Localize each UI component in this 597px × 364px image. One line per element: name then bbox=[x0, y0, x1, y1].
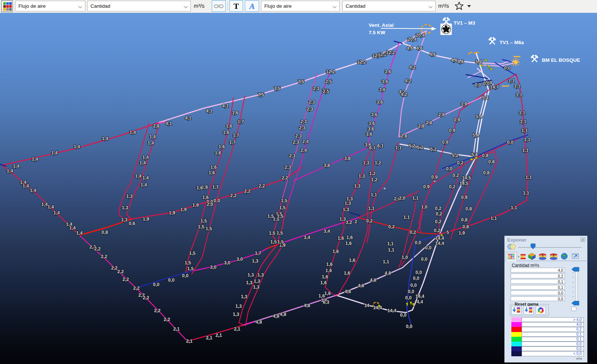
svg-text:0,0: 0,0 bbox=[483, 81, 489, 86]
svg-text:1,7: 1,7 bbox=[255, 251, 261, 256]
svg-text:3,2: 3,2 bbox=[346, 220, 352, 225]
svg-text:1,0: 1,0 bbox=[421, 204, 427, 210]
svg-text:14: 14 bbox=[364, 303, 369, 308]
svg-text:5,2: 5,2 bbox=[417, 145, 423, 150]
svg-text:0,0: 0,0 bbox=[475, 82, 481, 88]
svg-text:2,3: 2,3 bbox=[313, 86, 319, 91]
svg-text:1,3: 1,3 bbox=[253, 285, 259, 290]
svg-text:4,8: 4,8 bbox=[358, 283, 364, 288]
svg-text:1,9: 1,9 bbox=[461, 101, 467, 107]
svg-text:1,4: 1,4 bbox=[74, 144, 80, 149]
svg-text:0,2: 0,2 bbox=[366, 218, 372, 224]
svg-text:4,8: 4,8 bbox=[370, 278, 376, 283]
svg-text:0,0: 0,0 bbox=[400, 313, 406, 318]
svg-text:1,5: 1,5 bbox=[205, 226, 212, 231]
svg-text:1,4: 1,4 bbox=[22, 183, 29, 189]
svg-text:5,4: 5,4 bbox=[476, 114, 482, 119]
svg-text:2,2: 2,2 bbox=[111, 265, 117, 271]
svg-text:1,1: 1,1 bbox=[516, 92, 522, 97]
svg-text:1,3: 1,3 bbox=[363, 160, 369, 165]
svg-text:2,2: 2,2 bbox=[101, 254, 107, 259]
svg-text:1,6: 1,6 bbox=[322, 274, 328, 279]
svg-text:1,3: 1,3 bbox=[235, 304, 242, 309]
svg-text:4,2: 4,2 bbox=[409, 65, 415, 70]
svg-text:0,9: 0,9 bbox=[461, 195, 467, 200]
svg-text:1,4: 1,4 bbox=[142, 175, 149, 181]
svg-text:7,5: 7,5 bbox=[258, 92, 264, 97]
svg-text:0,0: 0,0 bbox=[504, 65, 510, 71]
svg-text:6,3: 6,3 bbox=[323, 300, 329, 305]
svg-text:0,0: 0,0 bbox=[408, 289, 414, 294]
svg-text:2,8: 2,8 bbox=[401, 133, 407, 139]
svg-text:4,8: 4,8 bbox=[304, 303, 310, 308]
svg-text:2,8: 2,8 bbox=[153, 124, 159, 129]
svg-text:1,5: 1,5 bbox=[189, 251, 195, 256]
svg-text:1,3: 1,3 bbox=[354, 183, 360, 189]
svg-text:12,2: 12,2 bbox=[357, 60, 366, 65]
svg-text:1,4: 1,4 bbox=[140, 182, 147, 188]
svg-text:1,5: 1,5 bbox=[276, 231, 283, 236]
svg-text:0,0: 0,0 bbox=[415, 270, 422, 275]
svg-text:0,2: 0,2 bbox=[410, 230, 416, 235]
svg-text:2,3: 2,3 bbox=[289, 153, 295, 158]
svg-text:1,3: 1,3 bbox=[122, 205, 128, 210]
svg-text:0,2: 0,2 bbox=[436, 211, 442, 217]
svg-text:1,6: 1,6 bbox=[326, 262, 332, 267]
svg-text:2,2: 2,2 bbox=[143, 295, 149, 300]
svg-text:3,0: 3,0 bbox=[210, 265, 216, 270]
svg-text:1,9: 1,9 bbox=[192, 203, 199, 208]
svg-text:1,4: 1,4 bbox=[135, 174, 141, 179]
svg-text:1,3: 1,3 bbox=[233, 312, 239, 317]
svg-text:2,0: 2,0 bbox=[207, 202, 213, 207]
svg-text:1,1: 1,1 bbox=[522, 148, 528, 153]
svg-text:1,2: 1,2 bbox=[375, 160, 381, 165]
svg-text:0,0: 0,0 bbox=[406, 324, 412, 329]
svg-text:4,6: 4,6 bbox=[407, 46, 413, 51]
svg-text:1,4: 1,4 bbox=[102, 136, 108, 141]
svg-text:14,7: 14,7 bbox=[490, 85, 499, 90]
svg-text:4,8: 4,8 bbox=[255, 320, 262, 325]
svg-text:1,3: 1,3 bbox=[252, 258, 258, 264]
svg-text:5,2: 5,2 bbox=[452, 153, 458, 158]
svg-text:7,5: 7,5 bbox=[274, 86, 280, 91]
svg-text:0,0: 0,0 bbox=[507, 140, 513, 145]
svg-text:4,1: 4,1 bbox=[206, 108, 212, 114]
svg-text:1,3: 1,3 bbox=[343, 207, 349, 212]
svg-text:1,1: 1,1 bbox=[388, 247, 394, 253]
svg-text:12,2: 12,2 bbox=[378, 52, 387, 57]
svg-text:5,4: 5,4 bbox=[475, 59, 482, 64]
svg-text:0,2: 0,2 bbox=[435, 219, 441, 224]
svg-text:4,1: 4,1 bbox=[222, 103, 228, 108]
svg-text:1,4: 1,4 bbox=[76, 231, 82, 236]
svg-text:4,6: 4,6 bbox=[416, 46, 422, 51]
svg-text:3,0: 3,0 bbox=[224, 260, 230, 265]
svg-text:1,2: 1,2 bbox=[371, 177, 377, 182]
svg-text:2,3: 2,3 bbox=[299, 125, 305, 131]
svg-text:0,9: 0,9 bbox=[449, 128, 455, 133]
svg-text:0,0: 0,0 bbox=[410, 283, 417, 288]
svg-text:0,0: 0,0 bbox=[421, 257, 427, 262]
svg-text:0,0: 0,0 bbox=[413, 276, 419, 281]
svg-text:2: 2 bbox=[355, 219, 357, 224]
svg-text:3,6: 3,6 bbox=[382, 79, 388, 84]
svg-text:2,8: 2,8 bbox=[426, 120, 432, 125]
svg-text:1,1: 1,1 bbox=[490, 216, 497, 221]
svg-text:0,8: 0,8 bbox=[461, 217, 467, 222]
svg-text:0,0: 0,0 bbox=[168, 278, 174, 283]
svg-text:0,0: 0,0 bbox=[153, 282, 159, 287]
svg-text:0,0: 0,0 bbox=[446, 166, 452, 171]
svg-text:0,2: 0,2 bbox=[434, 228, 440, 233]
svg-text:1,1: 1,1 bbox=[403, 215, 410, 220]
svg-text:2,3: 2,3 bbox=[293, 140, 299, 145]
svg-text:2,3: 2,3 bbox=[300, 119, 307, 124]
svg-text:1,3: 1,3 bbox=[257, 272, 264, 278]
svg-text:1,5: 1,5 bbox=[269, 231, 275, 236]
svg-text:2,2: 2,2 bbox=[282, 175, 288, 181]
svg-text:3,6: 3,6 bbox=[366, 132, 372, 137]
svg-text:1,9: 1,9 bbox=[458, 231, 465, 236]
svg-text:4,8: 4,8 bbox=[273, 314, 279, 319]
svg-text:1,1: 1,1 bbox=[368, 206, 374, 211]
svg-text:0,9: 0,9 bbox=[454, 117, 460, 122]
svg-text:4,2: 4,2 bbox=[401, 92, 407, 97]
svg-text:2,2: 2,2 bbox=[94, 246, 100, 251]
